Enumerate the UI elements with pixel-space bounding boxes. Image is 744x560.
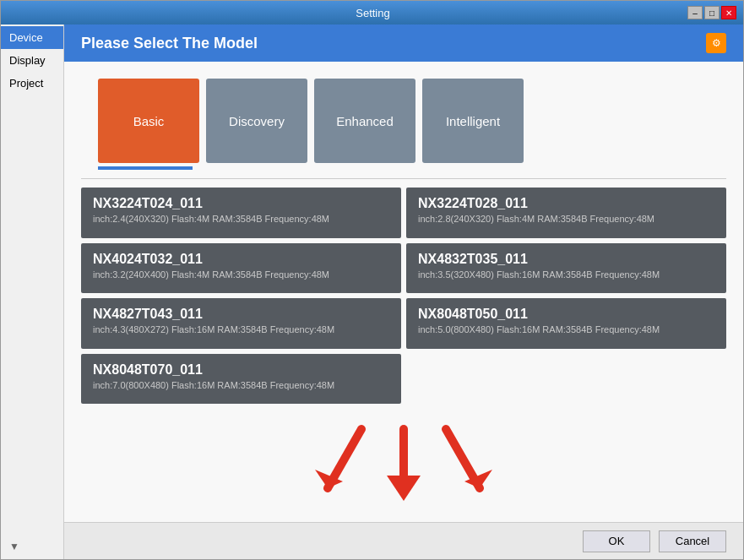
tab-discovery[interactable]: Discovery [206,79,307,163]
model-tabs-area: Basic Discovery Enhanced Intelligent [64,62,743,170]
tab-indicator-intelligent [402,166,497,170]
model-card-3[interactable]: NX4832T035_011 inch:3.5(320X480) Flash:1… [406,243,726,294]
tab-intelligent[interactable]: Intelligent [422,79,524,163]
window-title: Setting [58,7,687,19]
tab-indicator-row [98,166,503,170]
model-spec-6: inch:7.0(800X480) Flash:16M RAM:3584B Fr… [93,380,389,390]
model-name-3: NX4832T035_011 [418,252,714,267]
sidebar-scroll-down: ▼ [1,536,63,557]
svg-marker-3 [387,476,421,501]
model-spec-4: inch:4.3(480X272) Flash:16M RAM:3584B Fr… [93,324,389,334]
window-controls: – □ ✕ [687,6,736,19]
content-area: Device Display Project ▼ Please Select T… [1,24,743,559]
model-card-0[interactable]: NX3224T024_011 inch:2.4(240X320) Flash:4… [81,188,401,238]
model-card-6[interactable]: NX8048T070_011 inch:7.0(800X480) Flash:1… [81,354,401,405]
model-card-2[interactable]: NX4024T032_011 inch:3.2(240X400) Flash:4… [81,243,401,294]
model-name-1: NX3224T028_011 [418,196,714,211]
tab-basic[interactable]: Basic [98,79,199,163]
model-spec-2: inch:3.2(240X400) Flash:4M RAM:3584B Fre… [93,269,389,280]
model-name-6: NX8048T070_011 [93,362,389,378]
minimize-button[interactable]: – [687,6,703,19]
model-name-2: NX4024T032_011 [93,252,389,267]
main-content: Please Select The Model ⚙ Basic Discover… [64,24,743,559]
arrow-indicators [311,421,497,514]
sidebar-item-device[interactable]: Device [1,26,63,49]
model-spec-5: inch:5.0(800X480) Flash:16M RAM:3584B Fr… [418,324,714,334]
ok-button[interactable]: OK [583,530,650,552]
model-spec-1: inch:2.8(240X320) Flash:4M RAM:3584B Fre… [418,214,714,224]
tab-indicator-basic [98,166,193,170]
cancel-button[interactable]: Cancel [659,530,726,552]
tab-enhanced[interactable]: Enhanced [314,79,415,163]
footer-bar: OK Cancel [64,522,743,559]
close-button[interactable]: ✕ [721,6,736,19]
header-bar: Please Select The Model ⚙ [64,24,743,62]
model-name-5: NX8048T050_011 [418,307,714,322]
model-card-1[interactable]: NX3224T028_011 inch:2.8(240X320) Flash:4… [406,188,726,238]
tab-indicator-enhanced [301,166,395,170]
settings-icon: ⚙ [706,33,726,53]
sidebar-item-display[interactable]: Display [1,49,63,72]
model-name-4: NX4827T043_011 [93,307,389,322]
main-window: Setting – □ ✕ Device Display Project ▼ P… [0,0,744,560]
arrows-area [64,412,743,522]
tab-indicator-discovery [199,166,294,170]
page-title: Please Select The Model [81,35,258,52]
model-tabs: Basic Discovery Enhanced Intelligent [98,79,530,163]
sidebar-item-project[interactable]: Project [1,72,63,95]
sidebar: Device Display Project ▼ [1,24,64,559]
model-spec-3: inch:3.5(320X480) Flash:16M RAM:3584B Fr… [418,269,714,280]
models-grid: NX3224T024_011 inch:2.4(240X320) Flash:4… [64,179,743,412]
model-card-4[interactable]: NX4827T043_011 inch:4.3(480X272) Flash:1… [81,298,401,349]
model-card-5[interactable]: NX8048T050_011 inch:5.0(800X480) Flash:1… [406,298,726,349]
model-spec-0: inch:2.4(240X320) Flash:4M RAM:3584B Fre… [93,214,389,224]
model-name-0: NX3224T024_011 [93,196,389,211]
title-bar: Setting – □ ✕ [1,1,743,24]
restore-button[interactable]: □ [704,6,720,19]
